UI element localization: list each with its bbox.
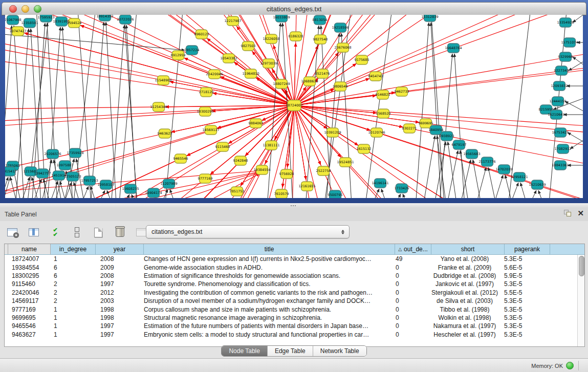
table-mode-button[interactable]: [5, 226, 19, 239]
close-panel-icon[interactable]: ✕: [577, 210, 584, 216]
graph-node[interactable]: 9242848: [233, 156, 248, 165]
column-header-short[interactable]: short: [431, 244, 505, 254]
graph-node[interactable]: 11548908: [155, 76, 171, 85]
tab-network-table[interactable]: Network Table: [313, 346, 366, 356]
float-panel-icon[interactable]: [564, 210, 571, 216]
graph-node[interactable]: 12217987: [224, 16, 241, 26]
graph-node[interactable]: 2522754: [316, 166, 331, 176]
scrollbar-thumb[interactable]: [579, 256, 584, 276]
graph-node[interactable]: 9777169: [198, 174, 213, 183]
graph-node[interactable]: 15312839: [421, 15, 438, 21]
column-header-year[interactable]: year: [96, 244, 144, 254]
graph-node[interactable]: 21173776: [478, 157, 495, 166]
graph-node[interactable]: 20206576: [44, 149, 61, 159]
graph-node[interactable]: 18724007: [286, 100, 302, 111]
graph-node[interactable]: 11964810: [242, 69, 259, 78]
column-header-pagerank[interactable]: pagerank: [505, 244, 550, 254]
graph-node[interactable]: 8186328: [289, 32, 303, 41]
graph-node[interactable]: 22420046: [206, 70, 223, 79]
graph-node[interactable]: 6479197: [452, 140, 467, 149]
graph-node[interactable]: 14196141: [372, 179, 388, 188]
window-titlebar[interactable]: citations_edges.txt: [2, 2, 586, 15]
graph-node[interactable]: 9175685: [355, 55, 369, 64]
graph-node[interactable]: 8302271: [402, 124, 417, 133]
graph-node[interactable]: 16753425: [552, 128, 569, 137]
graph-node[interactable]: 16033809: [273, 15, 290, 22]
graph-node[interactable]: 1615132: [357, 144, 372, 154]
graph-node[interactable]: 8912959: [171, 51, 186, 60]
table-selector-dropdown[interactable]: citations_edges.txt: [146, 225, 350, 238]
graph-node[interactable]: 16904174: [145, 188, 162, 198]
table-row[interactable]: 1872400712008Changes of HCN gene express…: [5, 255, 584, 263]
graph-node[interactable]: 2718120: [199, 87, 214, 97]
graph-node[interactable]: 8813054: [313, 15, 328, 25]
graph-node[interactable]: 7851753: [230, 187, 245, 196]
graph-node[interactable]: 11254349: [150, 102, 167, 112]
column-header-in-degree[interactable]: in_degree: [51, 244, 96, 254]
graph-node[interactable]: 15751074: [561, 38, 578, 47]
table-row[interactable]: 946554611997Estimation of the future num…: [5, 322, 584, 330]
graph-node[interactable]: 14569117: [202, 125, 219, 135]
graph-node[interactable]: 8521476: [315, 69, 330, 78]
graph-node[interactable]: 9329966: [558, 52, 573, 61]
graph-node[interactable]: 10688639: [301, 77, 318, 86]
graph-node[interactable]: 10747427: [9, 27, 26, 36]
graph-node[interactable]: 10120746: [368, 128, 385, 137]
graph-node[interactable]: 16648784: [445, 43, 462, 53]
graph-node[interactable]: 17359928: [67, 148, 83, 158]
graph-node[interactable]: 7857224: [185, 46, 200, 55]
graph-node[interactable]: 13942757: [34, 169, 51, 178]
graph-node[interactable]: 12161655: [298, 182, 315, 191]
graph-node[interactable]: 18807249: [273, 79, 290, 89]
graph-node[interactable]: 10543382: [220, 54, 237, 63]
graph-node[interactable]: 19218596: [332, 23, 349, 32]
graph-node[interactable]: 12973039: [260, 59, 277, 68]
graph-node[interactable]: 12444159: [549, 97, 566, 106]
graph-node[interactable]: 12505123: [64, 172, 81, 181]
graph-node[interactable]: 9462733: [395, 87, 409, 96]
select-rows-button[interactable]: ✔✔: [48, 226, 62, 239]
vertical-scrollbar[interactable]: [577, 255, 584, 346]
zoom-window-button[interactable]: [34, 5, 41, 13]
table-row[interactable]: 911546021997Tourette syndrome. Phenomeno…: [5, 280, 584, 288]
tab-node-table[interactable]: Node Table: [222, 346, 268, 356]
minimize-window-button[interactable]: [21, 5, 29, 13]
graph-node[interactable]: 10958107: [97, 180, 114, 189]
new-column-button[interactable]: [91, 226, 105, 239]
memory-ok-indicator-icon[interactable]: [566, 362, 574, 369]
graph-node[interactable]: 10975887: [56, 161, 73, 170]
graph-node[interactable]: 3915412: [5, 167, 16, 176]
graph-node[interactable]: 19384554: [253, 165, 270, 174]
graph-node[interactable]: 9146821: [376, 90, 390, 99]
table-row[interactable]: 1938455462009Genome-wide association stu…: [5, 263, 584, 271]
graph-node[interactable]: 18391951: [53, 17, 70, 26]
graph-node[interactable]: 17595923: [37, 15, 54, 22]
delete-column-button[interactable]: [113, 226, 127, 239]
graph-node[interactable]: 9756928: [279, 169, 294, 179]
graph-node[interactable]: 9500795: [328, 190, 343, 198]
graph-node[interactable]: 20722026: [117, 15, 134, 24]
merge-button[interactable]: [70, 226, 84, 239]
graph-node[interactable]: 8454743: [368, 72, 383, 81]
column-header-out-de-[interactable]: △out_de...: [395, 244, 431, 254]
graph-node[interactable]: 17957253: [81, 176, 98, 185]
graph-node[interactable]: 15608235: [122, 184, 139, 193]
graph-node[interactable]: 9884067: [249, 119, 264, 128]
table-row[interactable]: 1830029562008Estimation of significance …: [5, 272, 584, 280]
table-row[interactable]: 946362711997Embryonic stem cells: a mode…: [5, 331, 584, 339]
graph-node[interactable]: 9465546: [173, 154, 188, 163]
graph-node[interactable]: 8938923: [440, 132, 454, 141]
graph-node[interactable]: 9827548: [313, 35, 328, 44]
graph-node[interactable]: 1733426: [395, 184, 409, 193]
graph-node[interactable]: 13354928: [557, 18, 574, 27]
column-header-name[interactable]: name: [8, 244, 51, 254]
graph-node[interactable]: 8960123: [194, 30, 209, 39]
tab-edge-table[interactable]: Edge Table: [268, 346, 313, 356]
graph-node[interactable]: 7610579: [274, 189, 289, 198]
graph-node[interactable]: 14702039: [495, 165, 512, 174]
graph-node[interactable]: 18300295: [197, 107, 213, 116]
graph-node[interactable]: 21067998: [5, 15, 21, 25]
network-canvas[interactable]: 9756928193845549242848911546014569117183…: [5, 15, 583, 198]
graph-node[interactable]: 11207989: [160, 179, 177, 188]
graph-node[interactable]: 18226058: [263, 34, 279, 43]
